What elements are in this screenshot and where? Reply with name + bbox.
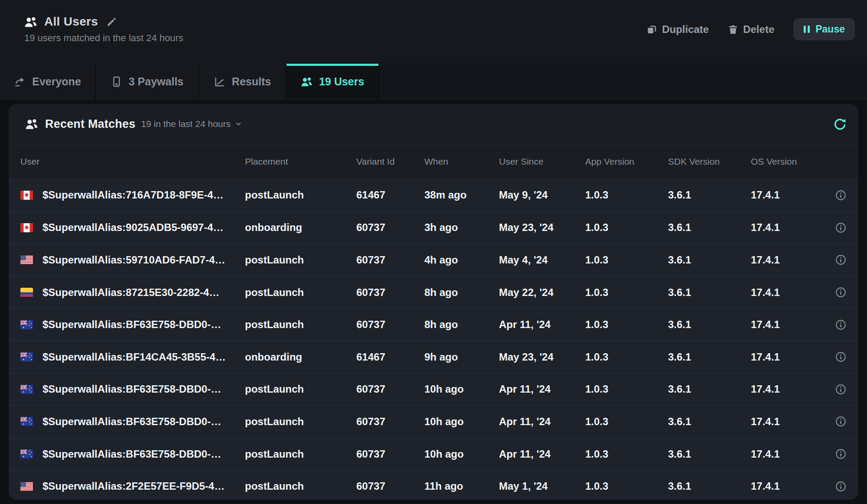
user-alias: $SuperwallAlias:BF63E758-DBD0-… (42, 319, 221, 331)
info-icon[interactable] (835, 416, 847, 427)
refresh-icon (833, 117, 847, 131)
os-version-cell: 17.4.1 (751, 383, 825, 395)
info-icon[interactable] (835, 481, 847, 492)
app-version-cell: 1.0.3 (585, 480, 668, 492)
table-row[interactable]: $SuperwallAlias:BF63E758-DBD0-… postLaun… (9, 373, 858, 406)
when-cell: 10h ago (424, 383, 499, 395)
info-icon[interactable] (835, 222, 847, 234)
app-version-cell: 1.0.3 (585, 189, 668, 201)
info-icon[interactable] (835, 254, 847, 266)
app-version-cell: 1.0.3 (585, 319, 668, 331)
sdk-version-cell: 3.6.1 (668, 480, 751, 492)
time-filter-dropdown[interactable]: 19 in the last 24 hours (141, 119, 242, 129)
variant-id-cell: 60737 (356, 254, 424, 266)
duplicate-button[interactable]: Duplicate (647, 23, 709, 36)
tab-paywalls[interactable]: 3 Paywalls (96, 64, 199, 99)
placement-cell: postLaunch (245, 416, 356, 428)
app-version-cell: 1.0.3 (585, 286, 668, 299)
app-version-cell: 1.0.3 (585, 383, 668, 395)
app-version-cell: 1.0.3 (585, 416, 668, 428)
table-row[interactable]: $SuperwallAlias:BF63E758-DBD0-… postLaun… (9, 308, 858, 341)
user-since-cell: May 23, '24 (499, 351, 585, 363)
info-icon[interactable] (835, 384, 847, 395)
user-alias: $SuperwallAlias:87215E30-2282-4… (42, 286, 219, 299)
os-version-cell: 17.4.1 (751, 221, 825, 234)
user-cell: $SuperwallAlias:BF63E758-DBD0-… (20, 383, 245, 395)
sdk-version-cell: 3.6.1 (668, 416, 751, 428)
placement-cell: postLaunch (245, 448, 356, 460)
user-since-cell: Apr 11, '24 (499, 416, 585, 428)
os-version-cell: 17.4.1 (751, 448, 825, 460)
user-alias: $SuperwallAlias:9025ADB5-9697-4… (42, 221, 224, 234)
user-since-cell: May 23, '24 (499, 221, 585, 234)
variant-id-cell: 60737 (356, 480, 424, 492)
when-cell: 11h ago (424, 480, 499, 492)
info-icon[interactable] (835, 448, 847, 460)
sdk-version-cell: 3.6.1 (668, 189, 751, 201)
user-cell: $SuperwallAlias:BF63E758-DBD0-… (20, 416, 245, 428)
user-alias: $SuperwallAlias:2F2E57EE-F9D5-4… (42, 480, 225, 492)
col-os-version: OS Version (751, 156, 825, 167)
table-row[interactable]: $SuperwallAlias:59710AD6-FAD7-4… postLau… (9, 244, 858, 276)
copy-icon (647, 24, 657, 35)
share-icon (14, 76, 26, 88)
results-chart-icon (214, 76, 225, 88)
col-sdk-version: SDK Version (668, 156, 751, 167)
user-alias: $SuperwallAlias:BF63E758-DBD0-… (42, 416, 221, 428)
refresh-button[interactable] (833, 117, 847, 131)
main-content: Recent Matches 19 in the last 24 hours U… (0, 100, 867, 500)
user-cell: $SuperwallAlias:87215E30-2282-4… (20, 286, 245, 299)
info-icon[interactable] (835, 319, 847, 331)
when-cell: 3h ago (424, 221, 499, 234)
flag-au-icon (20, 417, 33, 426)
sdk-version-cell: 3.6.1 (668, 254, 751, 266)
edit-icon[interactable] (107, 17, 117, 27)
tab-users[interactable]: 19 Users (287, 64, 379, 99)
recent-matches-card: Recent Matches 19 in the last 24 hours U… (9, 104, 858, 500)
flag-au-icon (20, 385, 33, 394)
user-since-cell: Apr 11, '24 (499, 448, 585, 460)
flag-au-icon (20, 449, 33, 458)
table-row[interactable]: $SuperwallAlias:9025ADB5-9697-4… onboard… (9, 211, 858, 244)
recent-matches-header: Recent Matches 19 in the last 24 hours (9, 104, 858, 144)
user-alias: $SuperwallAlias:716A7D18-8F9E-4… (42, 189, 224, 201)
flag-au-icon (20, 320, 33, 329)
user-cell: $SuperwallAlias:2F2E57EE-F9D5-4… (20, 480, 245, 492)
placement-cell: postLaunch (245, 286, 356, 299)
table-row[interactable]: $SuperwallAlias:BF63E758-DBD0-… postLaun… (9, 438, 858, 470)
flag-ca-icon (20, 223, 33, 232)
user-since-cell: Apr 11, '24 (499, 319, 585, 331)
app-version-cell: 1.0.3 (585, 254, 668, 266)
app-version-cell: 1.0.3 (585, 221, 668, 234)
when-cell: 9h ago (424, 351, 499, 363)
table-row[interactable]: $SuperwallAlias:2F2E57EE-F9D5-4… postLau… (9, 470, 858, 500)
info-icon[interactable] (835, 351, 847, 363)
pause-button[interactable]: Pause (793, 18, 855, 40)
os-version-cell: 17.4.1 (751, 480, 825, 492)
os-version-cell: 17.4.1 (751, 254, 825, 266)
user-cell: $SuperwallAlias:59710AD6-FAD7-4… (20, 254, 245, 266)
delete-button[interactable]: Delete (728, 23, 774, 36)
user-since-cell: May 9, '24 (499, 189, 585, 201)
tab-results[interactable]: Results (199, 64, 287, 99)
users-icon (24, 16, 37, 28)
header-actions: Duplicate Delete Pause (647, 0, 855, 40)
user-alias: $SuperwallAlias:BF63E758-DBD0-… (42, 383, 221, 395)
user-cell: $SuperwallAlias:716A7D18-8F9E-4… (20, 189, 245, 201)
info-icon[interactable] (835, 189, 847, 201)
sdk-version-cell: 3.6.1 (668, 221, 751, 234)
phone-icon (111, 76, 122, 88)
sdk-version-cell: 3.6.1 (668, 383, 751, 395)
table-row[interactable]: $SuperwallAlias:BF63E758-DBD0-… postLaun… (9, 405, 858, 438)
variant-id-cell: 60737 (356, 448, 424, 460)
table-row[interactable]: $SuperwallAlias:716A7D18-8F9E-4… postLau… (9, 179, 858, 211)
sdk-version-cell: 3.6.1 (668, 286, 751, 299)
info-icon[interactable] (835, 286, 847, 298)
flag-co-icon (20, 288, 33, 297)
placement-cell: postLaunch (245, 480, 356, 492)
tab-everyone[interactable]: Everyone (0, 64, 96, 99)
table-header-row: User Placement Variant Id When User Sinc… (9, 144, 858, 179)
os-version-cell: 17.4.1 (751, 351, 825, 363)
table-row[interactable]: $SuperwallAlias:87215E30-2282-4… postLau… (9, 276, 858, 309)
table-row[interactable]: $SuperwallAlias:BF14CA45-3B55-4… onboard… (9, 341, 858, 373)
